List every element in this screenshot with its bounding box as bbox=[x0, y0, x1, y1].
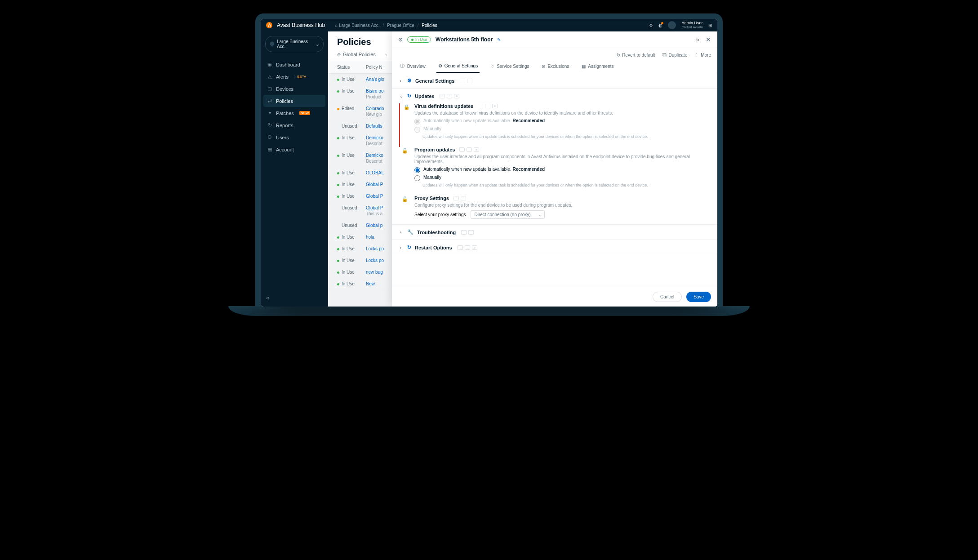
block-desc: Updates the user interface and all progr… bbox=[414, 154, 709, 164]
drawer-footer: Cancel Save bbox=[392, 287, 717, 307]
nav-icon: ⇄ bbox=[267, 98, 272, 104]
os-server-icon bbox=[454, 94, 459, 98]
proxy-select[interactable]: Direct connection (no proxy) bbox=[471, 210, 545, 219]
tab-exclusions[interactable]: ⊘Exclusions bbox=[540, 59, 571, 73]
section-title: General Settings bbox=[415, 78, 454, 84]
drawer-title: Workstations 5th floor bbox=[436, 36, 493, 43]
section-restart: › ↻ Restart Options bbox=[392, 240, 717, 255]
radio-auto[interactable]: Automatically when new update is availab… bbox=[414, 167, 709, 173]
sidebar-item-policies[interactable]: ⇄Policies bbox=[263, 95, 325, 107]
section-updates: ⌵ ↻ Updates 🔒 Virus definitions updates … bbox=[392, 89, 717, 225]
unlock-icon[interactable]: 🔓 bbox=[402, 196, 408, 202]
section-troubleshoot: › 🔧 Troubleshooting bbox=[392, 225, 717, 240]
unlock-icon[interactable]: 🔓 bbox=[402, 148, 408, 154]
collapse-icon[interactable]: » bbox=[696, 36, 699, 43]
section-title: Troubleshooting bbox=[417, 230, 456, 235]
section-general: › ⚙ General Settings bbox=[392, 73, 717, 89]
col-name: Policy N bbox=[366, 65, 382, 70]
chevron-right-icon: › bbox=[400, 245, 404, 250]
os-windows-icon bbox=[460, 79, 465, 83]
section-updates-head[interactable]: ⌵ ↻ Updates bbox=[392, 89, 717, 103]
block-virus-updates: 🔒 Virus definitions updates Updates the … bbox=[399, 103, 717, 147]
crumb-page[interactable]: Policies bbox=[422, 23, 437, 28]
cancel-button[interactable]: Cancel bbox=[653, 292, 682, 302]
tab-overview[interactable]: ⓘOverview bbox=[398, 59, 427, 73]
edit-icon[interactable]: ✎ bbox=[497, 37, 501, 42]
revert-button[interactable]: ↻ Revert to default bbox=[617, 53, 655, 58]
block-proxy: 🔓 Proxy Settings Configure proxy setting… bbox=[392, 196, 717, 224]
radio-manual: Manually bbox=[414, 126, 709, 133]
user-role: Global Admin bbox=[681, 26, 703, 30]
chevron-down-icon: ⌵ bbox=[316, 42, 319, 47]
lock-icon[interactable]: 🔒 bbox=[404, 104, 410, 110]
globe-icon: ⊛ bbox=[398, 36, 403, 43]
os-windows-icon bbox=[440, 94, 445, 98]
radio-manual[interactable]: Manually bbox=[414, 175, 709, 181]
more-button[interactable]: ⋮ More bbox=[694, 53, 711, 58]
tab-assignments[interactable]: ▦Assignments bbox=[580, 59, 615, 73]
sidebar-item-users[interactable]: ⚇Users bbox=[261, 131, 328, 143]
chevron-right-icon: › bbox=[400, 79, 404, 83]
block-desc: Updates the database of known virus defi… bbox=[414, 111, 709, 116]
sidebar: Large Business Acc. ⌵ ◉Dashboard△AlertsB… bbox=[261, 31, 328, 307]
close-icon[interactable]: ✕ bbox=[706, 36, 711, 43]
radio-auto: Automatically when new update is availab… bbox=[414, 118, 709, 124]
duplicate-button[interactable]: ⿻ Duplicate bbox=[662, 53, 688, 58]
tab-icon: ♡ bbox=[490, 64, 494, 69]
apps-icon[interactable]: ⊞ bbox=[708, 23, 712, 28]
tab-service-settings[interactable]: ♡Service Settings bbox=[489, 59, 531, 73]
tab-icon: ⊘ bbox=[542, 64, 545, 69]
account-name: Large Business Acc. bbox=[277, 39, 313, 49]
nav-icon: ▤ bbox=[267, 147, 272, 152]
avatar[interactable] bbox=[668, 21, 676, 29]
tab-global-policies[interactable]: ⊛Global Policies bbox=[337, 52, 376, 61]
sidebar-item-account[interactable]: ▤Account bbox=[261, 143, 328, 156]
section-troubleshoot-head[interactable]: › 🔧 Troubleshooting bbox=[392, 225, 717, 240]
crumb-account[interactable]: Large Business Acc. bbox=[339, 23, 380, 28]
badge: NEW bbox=[299, 111, 311, 115]
crumb-office[interactable]: Prague Office bbox=[387, 23, 414, 28]
home-icon[interactable]: ⌂ bbox=[335, 23, 338, 28]
badge: BETA bbox=[294, 75, 307, 79]
power-icon: ↻ bbox=[407, 244, 411, 250]
topbar: ⋀ Avast Business Hub ⌂ Large Business Ac… bbox=[261, 19, 717, 31]
block-desc: Configure proxy settings for the end dev… bbox=[414, 203, 709, 208]
section-restart-head[interactable]: › ↻ Restart Options bbox=[392, 240, 717, 255]
sidebar-item-devices[interactable]: ▢Devices bbox=[261, 83, 328, 95]
section-general-head[interactable]: › ⚙ General Settings bbox=[392, 73, 717, 88]
tab-icon: ▦ bbox=[582, 64, 586, 69]
radio-sub: Updates will only happen when an update … bbox=[422, 134, 709, 139]
nav-icon: ✦ bbox=[267, 110, 272, 116]
col-status: Status bbox=[337, 65, 366, 70]
tab-icon: ⚙ bbox=[438, 63, 442, 68]
gear-icon: ⚙ bbox=[407, 78, 412, 84]
drawer-actions: ↻ Revert to default ⿻ Duplicate ⋮ More bbox=[392, 48, 717, 59]
sidebar-item-alerts[interactable]: △AlertsBETA bbox=[261, 71, 328, 83]
settings-icon[interactable]: ⚙ bbox=[649, 23, 653, 28]
sidebar-item-patches[interactable]: ✦PatchesNEW bbox=[261, 107, 328, 119]
tab-general-settings[interactable]: ⚙General Settings bbox=[436, 59, 480, 73]
sidebar-item-dashboard[interactable]: ◉Dashboard bbox=[261, 58, 328, 71]
section-title: Restart Options bbox=[415, 245, 452, 250]
os-mac-icon bbox=[467, 79, 472, 83]
os-mac-icon bbox=[447, 94, 452, 98]
collapse-sidebar[interactable]: « bbox=[261, 289, 328, 307]
tab-secondary[interactable]: ⌂ bbox=[385, 52, 387, 61]
nav-icon: ↻ bbox=[267, 122, 272, 128]
sidebar-item-reports[interactable]: ↻Reports bbox=[261, 119, 328, 131]
drawer-tabs: ⓘOverview⚙General Settings♡Service Setti… bbox=[392, 59, 717, 73]
refresh-icon: ↻ bbox=[407, 93, 411, 99]
user-block[interactable]: Admin User Global Admin bbox=[681, 21, 703, 30]
block-program-updates: 🔓 Program updates Updates the user inter… bbox=[392, 147, 717, 196]
brand-logo: ⋀ bbox=[266, 22, 272, 28]
breadcrumb: ⌂ Large Business Acc. / Prague Office / … bbox=[335, 23, 437, 28]
policy-drawer: ⊛ In Use Workstations 5th floor ✎ » ✕ ↻ … bbox=[392, 31, 717, 307]
section-title: Updates bbox=[415, 93, 434, 99]
nav: ◉Dashboard△AlertsBETA▢Devices⇄Policies✦P… bbox=[261, 57, 328, 157]
account-selector[interactable]: Large Business Acc. ⌵ bbox=[265, 36, 324, 52]
save-button[interactable]: Save bbox=[686, 292, 711, 302]
proxy-label: Select your proxy settings bbox=[414, 212, 466, 217]
drawer-header: ⊛ In Use Workstations 5th floor ✎ » ✕ bbox=[392, 31, 717, 48]
help-icon[interactable]: ◐ bbox=[658, 23, 662, 28]
brand-name: Avast Business Hub bbox=[277, 22, 325, 28]
